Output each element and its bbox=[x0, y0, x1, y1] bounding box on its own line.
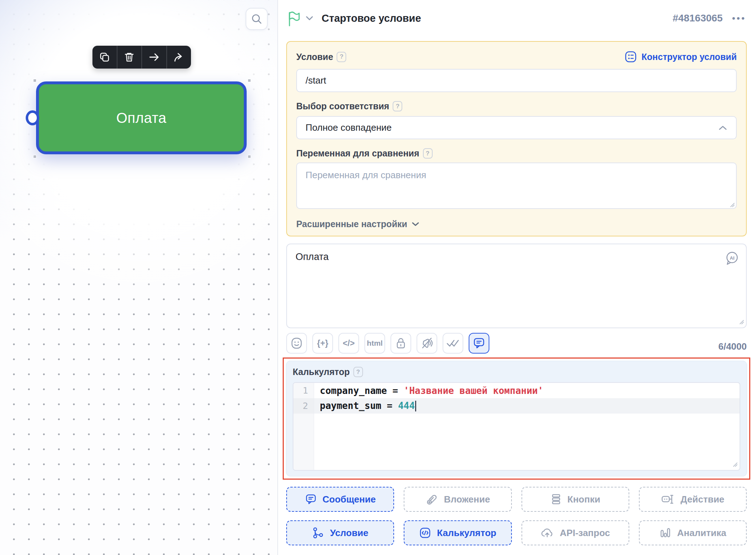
attachment-icon bbox=[425, 493, 438, 506]
block-type-buttons: Сообщение Вложение bbox=[286, 487, 747, 545]
char-counter: 6/4000 bbox=[718, 341, 747, 354]
arrow-right-icon bbox=[149, 52, 160, 62]
flow-node-payment[interactable]: Оплата bbox=[36, 81, 247, 154]
lock-icon[interactable] bbox=[390, 333, 411, 354]
code-text: payment_sum = 444 bbox=[314, 400, 416, 412]
code-gutter bbox=[293, 414, 314, 470]
emoji-icon[interactable] bbox=[286, 333, 307, 354]
flow-builder-app: Оплата Старто bbox=[0, 0, 756, 555]
trash-icon bbox=[124, 52, 135, 62]
html-icon[interactable]: html bbox=[364, 333, 385, 354]
line-number: 1 bbox=[293, 383, 314, 398]
chevron-down-icon bbox=[305, 15, 314, 21]
help-icon[interactable]: ? bbox=[337, 52, 346, 62]
message-editor[interactable]: Оплата AI bbox=[286, 244, 747, 328]
ai-assistant-button[interactable]: AI bbox=[724, 250, 740, 266]
connect-node-button[interactable] bbox=[141, 46, 166, 69]
search-icon bbox=[251, 13, 263, 25]
comment-icon[interactable] bbox=[469, 333, 489, 354]
help-icon[interactable]: ? bbox=[423, 148, 433, 159]
message-icon bbox=[305, 493, 317, 505]
copy-node-button[interactable] bbox=[92, 46, 117, 69]
double-check-icon[interactable] bbox=[443, 333, 463, 354]
svg-text:AI: AI bbox=[730, 255, 735, 261]
match-type-label: Выбор соответствия ? bbox=[296, 101, 402, 111]
selection-handle[interactable] bbox=[248, 79, 251, 82]
tab-action[interactable]: Действие bbox=[639, 487, 747, 512]
tab-message[interactable]: Сообщение bbox=[286, 487, 394, 512]
flag-icon bbox=[287, 10, 302, 26]
node-label: Оплата bbox=[116, 110, 167, 126]
text-cursor bbox=[415, 401, 416, 411]
message-toolbar: {+} </> html bbox=[286, 332, 747, 354]
constructor-icon bbox=[624, 50, 637, 63]
tab-attachment[interactable]: Вложение bbox=[404, 487, 511, 512]
more-menu-button[interactable]: ••• bbox=[732, 16, 746, 21]
variable-label: Переменная для сравнения ? bbox=[296, 148, 433, 159]
selection-handle[interactable] bbox=[33, 79, 36, 82]
node-input-port[interactable] bbox=[26, 110, 39, 125]
condition-branch-icon bbox=[312, 527, 324, 539]
variable-textarea[interactable] bbox=[296, 162, 737, 209]
share-icon bbox=[173, 51, 185, 63]
delete-node-button[interactable] bbox=[117, 46, 142, 69]
calculator-icon bbox=[419, 527, 431, 539]
tab-condition[interactable]: Условие bbox=[286, 520, 394, 545]
resize-handle-icon[interactable] bbox=[739, 319, 744, 325]
tab-buttons[interactable]: Кнопки bbox=[521, 487, 629, 512]
settings-panel: Стартовое условие #48163065 ••• Условие … bbox=[277, 0, 756, 555]
selection-handle[interactable] bbox=[33, 155, 36, 158]
condition-section: Условие ? Конструктор условий bbox=[286, 41, 747, 236]
chevron-up-icon bbox=[718, 125, 727, 131]
code-icon[interactable]: </> bbox=[338, 333, 359, 354]
condition-input[interactable] bbox=[296, 69, 737, 92]
share-node-button[interactable] bbox=[166, 46, 191, 69]
buttons-icon bbox=[550, 493, 562, 505]
chevron-down-icon bbox=[412, 221, 419, 227]
tab-api-request[interactable]: API-запрос bbox=[521, 520, 629, 545]
calculator-highlight: Калькулятор ? 1 company_name = 'Название… bbox=[283, 358, 750, 480]
api-cloud-icon bbox=[540, 527, 554, 539]
tab-analytics[interactable]: Аналитика bbox=[639, 520, 747, 545]
code-line-active[interactable]: 2 payment_sum = 444 bbox=[293, 398, 740, 414]
code-line[interactable]: 1 company_name = 'Название вашей компани… bbox=[293, 383, 740, 398]
help-icon[interactable]: ? bbox=[353, 367, 363, 377]
code-text: company_name = 'Название вашей компании' bbox=[314, 385, 543, 396]
help-icon[interactable]: ? bbox=[393, 101, 402, 111]
node-id: #48163065 bbox=[673, 12, 723, 24]
page-title: Стартовое условие bbox=[322, 12, 421, 24]
condition-label: Условие ? bbox=[296, 52, 346, 62]
panel-header: Стартовое условие #48163065 ••• bbox=[278, 0, 756, 29]
calculator-code-editor[interactable]: 1 company_name = 'Название вашей компани… bbox=[293, 382, 740, 471]
tab-calculator[interactable]: Калькулятор bbox=[404, 520, 511, 545]
action-robot-icon bbox=[661, 493, 675, 505]
resize-handle-icon[interactable] bbox=[732, 461, 738, 467]
canvas-search-button[interactable] bbox=[246, 8, 268, 30]
copy-icon bbox=[99, 52, 110, 62]
advanced-settings-toggle[interactable]: Расширенные настройки bbox=[296, 219, 419, 229]
message-text: Оплата bbox=[296, 251, 737, 262]
selection-handle[interactable] bbox=[248, 155, 251, 158]
calculator-section: Калькулятор ? 1 company_name = 'Название… bbox=[286, 361, 747, 476]
flow-canvas[interactable]: Оплата bbox=[0, 0, 277, 555]
variable-icon[interactable]: {+} bbox=[312, 333, 333, 354]
node-type-selector[interactable] bbox=[287, 10, 314, 26]
calculator-label: Калькулятор ? bbox=[293, 367, 363, 377]
condition-constructor-link[interactable]: Конструктор условий bbox=[624, 50, 737, 63]
node-toolbar bbox=[92, 46, 191, 69]
line-number: 2 bbox=[293, 398, 314, 414]
analytics-icon bbox=[659, 527, 671, 539]
voice-off-icon[interactable] bbox=[417, 333, 437, 354]
match-type-select[interactable]: Полное совпадение bbox=[296, 116, 737, 139]
